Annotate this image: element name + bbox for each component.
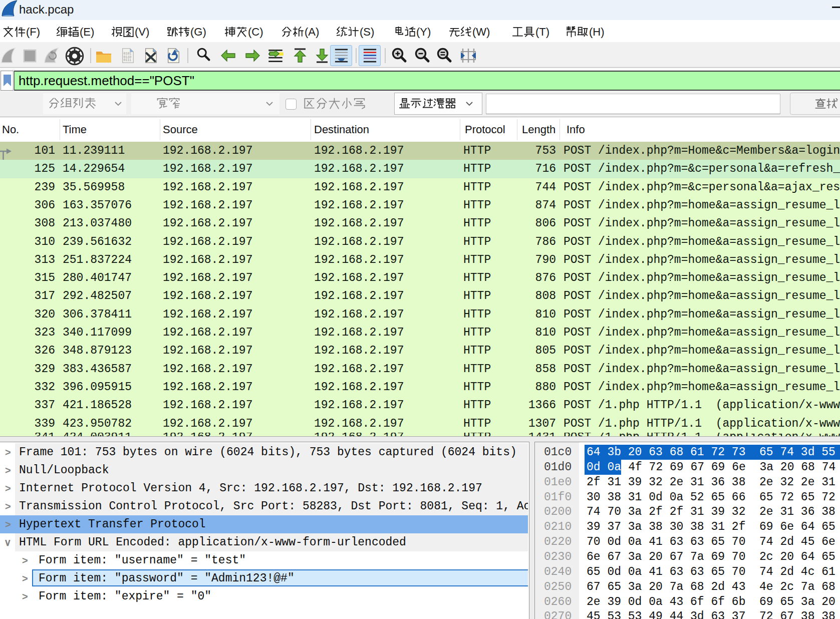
svg-text:0111: 0111: [124, 59, 132, 62]
